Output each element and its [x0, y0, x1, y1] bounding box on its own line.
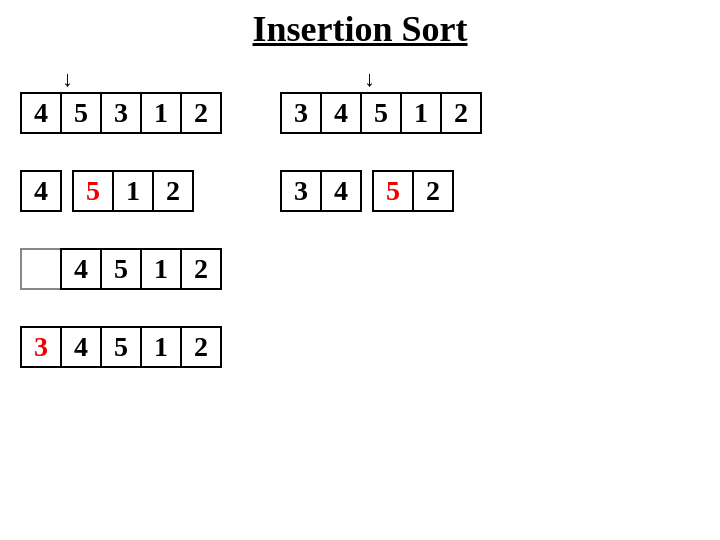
cell: 2 — [180, 248, 222, 290]
cell: 1 — [140, 326, 182, 368]
cell: 3 — [280, 92, 322, 134]
cell: 1 — [112, 170, 154, 212]
array-cells: 4 5 1 2 — [20, 248, 220, 290]
cell: 3 — [100, 92, 142, 134]
arrow-down-icon: ↓ — [62, 68, 73, 90]
cell: 4 — [320, 170, 362, 212]
array-cells: 4 5 3 1 2 — [20, 92, 220, 134]
cell: 5 — [72, 170, 114, 212]
cell: 5 — [100, 326, 142, 368]
left-row-2: 4 5 1 2 — [20, 144, 220, 212]
arrow-row-1: ↓ — [20, 66, 73, 90]
cell: 4 — [60, 326, 102, 368]
cell: 2 — [440, 92, 482, 134]
cell-gap — [60, 170, 72, 212]
left-row-3: 4 5 1 2 — [20, 222, 220, 290]
cell: 2 — [180, 326, 222, 368]
cell: 4 — [60, 248, 102, 290]
cell: 5 — [360, 92, 402, 134]
cell: 4 — [320, 92, 362, 134]
right-row-2: 3 4 5 2 — [280, 144, 480, 212]
cell: 3 — [20, 326, 62, 368]
left-row-4: 3 4 5 1 2 — [20, 300, 220, 368]
cell: 4 — [20, 92, 62, 134]
cell: 2 — [180, 92, 222, 134]
array-cells: 3 4 5 1 2 — [280, 92, 480, 134]
cell: 1 — [140, 92, 182, 134]
cell: 2 — [412, 170, 454, 212]
array-cells: 3 4 5 1 2 — [20, 326, 220, 368]
left-column: ↓ 4 5 3 1 2 4 5 1 2 — [20, 66, 220, 368]
left-row-1: ↓ 4 5 3 1 2 — [20, 66, 220, 134]
cell: 2 — [152, 170, 194, 212]
arrow-down-icon: ↓ — [364, 68, 375, 90]
cell: 3 — [280, 170, 322, 212]
right-row-1: ↓ 3 4 5 1 2 — [280, 66, 480, 134]
page-title: Insertion Sort — [0, 0, 720, 66]
array-cells: 4 5 1 2 — [20, 170, 192, 212]
cell-empty — [20, 248, 62, 290]
array-cells: 3 4 5 2 — [280, 170, 452, 212]
arrow-row-r1: ↓ — [280, 66, 375, 90]
cell: 5 — [60, 92, 102, 134]
cell: 1 — [400, 92, 442, 134]
cell: 5 — [372, 170, 414, 212]
cell: 1 — [140, 248, 182, 290]
cell: 4 — [20, 170, 62, 212]
cell-gap — [360, 170, 372, 212]
cell: 5 — [100, 248, 142, 290]
content-area: ↓ 4 5 3 1 2 4 5 1 2 — [0, 66, 720, 368]
right-column: ↓ 3 4 5 1 2 3 4 5 2 — [280, 66, 480, 368]
